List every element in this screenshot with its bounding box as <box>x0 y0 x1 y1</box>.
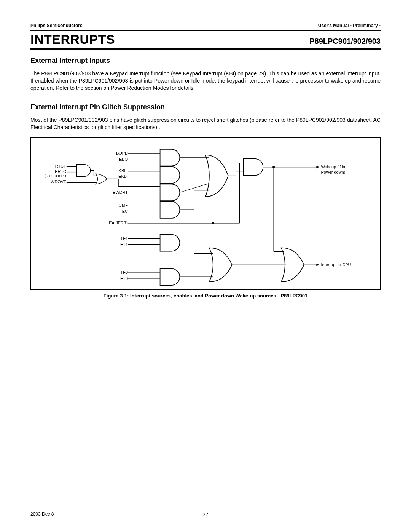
and-gate-bopd: BOPD EBO <box>116 149 180 166</box>
and-gate-cmf: CMF EC <box>119 202 180 219</box>
sig-ewdrt: EWDRT <box>113 190 128 195</box>
sig-et1: ET1 <box>120 242 128 247</box>
part-number: P89LPC901/902/903 <box>309 37 381 46</box>
chapter-title: INTERRUPTS <box>30 32 115 47</box>
and-gate-wakeup <box>244 159 263 176</box>
diagram-figure: RTCF ERTC (RTCCON.1) WDOVF <box>30 137 381 290</box>
top-header: Philips Semiconductors User's Manual - P… <box>30 23 381 28</box>
page-number: 37 <box>202 511 209 518</box>
and-gate-kbi: KBIF EKBI <box>118 167 180 184</box>
title-bar: INTERRUPTS P89LPC901/902/903 <box>30 30 381 50</box>
sig-kbif: KBIF <box>119 168 128 173</box>
or-gate-left <box>91 171 107 184</box>
sig-et0: ET0 <box>120 276 128 281</box>
out-intcpu: Interrupt to CPU <box>321 263 351 267</box>
manual-tag: User's Manual - Preliminary - <box>318 23 381 28</box>
page-footer: 2003 Dec 8 37 <box>30 511 381 517</box>
and-gate-rtc: RTCF ERTC (RTCCON.1) <box>45 164 91 178</box>
sig-ertc: ERTC <box>55 169 66 174</box>
sig-ebo: EBO <box>119 157 128 161</box>
sig-ec: EC <box>122 209 128 214</box>
figure-caption: Figure 3-1: Interrupt sources, enables, … <box>30 293 381 299</box>
section2-heading: External Interrupt Pin Glitch Suppressio… <box>30 103 381 111</box>
and-gate-tf1: TF1 ET1 <box>120 235 180 251</box>
sig-ea: EA (IE0.7) <box>109 220 128 225</box>
and-gate-tf0: TF0 ET0 <box>120 269 180 286</box>
company-name: Philips Semiconductors <box>30 23 83 28</box>
sig-wdovf: WDOVF <box>51 180 66 184</box>
sig-cmf: CMF <box>119 203 128 208</box>
or-gate-upper <box>206 155 228 197</box>
footer-date: 2003 Dec 8 <box>30 511 54 517</box>
sig-rtccon1: (RTCCON.1) <box>45 174 66 178</box>
sig-rtcf: RTCF <box>55 164 66 168</box>
out-wakeup2: Power down) <box>321 170 345 174</box>
sig-ekbi: EKBI <box>118 174 128 179</box>
section1-heading: External Interrupt Inputs <box>30 57 381 65</box>
out-wakeup1: Wakeup (if in <box>321 165 345 169</box>
section2-body: Most of the P89LPC901/902/903 pins have … <box>30 117 381 131</box>
page: Philips Semiconductors User's Manual - P… <box>0 0 411 532</box>
sig-bopd: BOPD <box>116 151 128 155</box>
logic-diagram-svg: RTCF ERTC (RTCCON.1) WDOVF <box>31 138 380 289</box>
sig-tf0: TF0 <box>121 270 128 275</box>
sig-tf1: TF1 <box>121 236 128 241</box>
section1-body: The P89LPC901/902/903 have a Keypad Inte… <box>30 70 381 92</box>
